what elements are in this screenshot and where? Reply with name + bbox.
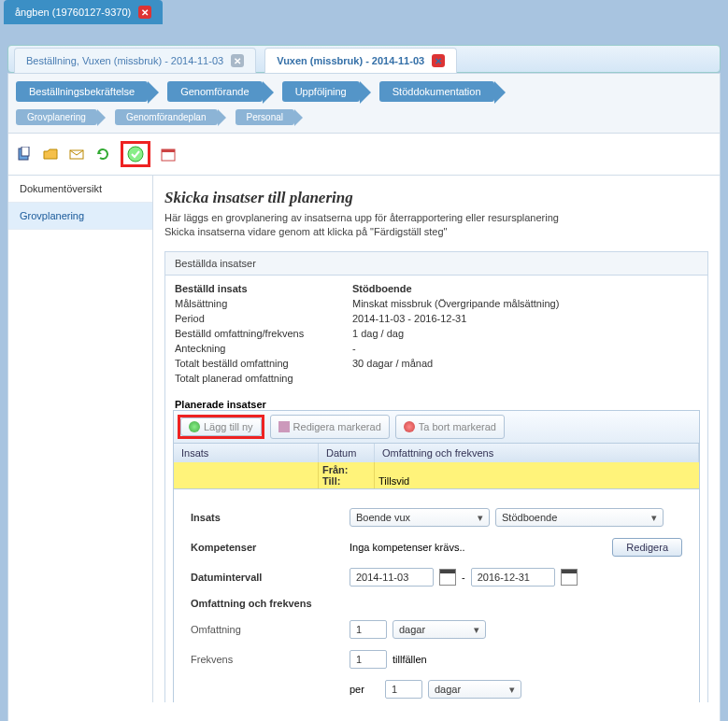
check-icon[interactable]	[127, 146, 144, 163]
page-sub-line1: Här läggs en grovplanering av insatserna…	[164, 212, 559, 223]
body-split: Dokumentöversikt Grovplanering Skicka in…	[8, 176, 720, 702]
nav-top-row: Beställningsbekräftelse Genomförande Upp…	[8, 74, 720, 106]
doc-tab-order[interactable]: Beställning, Vuxen (missbruk) - 2014-11-…	[14, 48, 256, 73]
v-totb: 30 dagar / månad	[352, 358, 698, 369]
lbl-datum: Datumintervall	[191, 572, 350, 583]
edit-komp-button[interactable]: Redigera	[612, 538, 682, 557]
lbl-komp: Kompetenser	[191, 542, 350, 553]
page-subtitle: Här läggs en grovplanering av insatserna…	[164, 211, 708, 240]
lbl-omf: Omfattning	[191, 624, 350, 635]
dash: -	[462, 572, 465, 583]
document-tab-bar: Beställning, Vuxen (missbruk) - 2014-11-…	[7, 45, 721, 73]
calendar-icon[interactable]	[561, 569, 578, 586]
k-totp: Totalt planerad omfattning	[175, 373, 352, 384]
delete-button-label: Ta bort markerad	[419, 421, 496, 432]
doc-icon[interactable]	[16, 146, 33, 163]
toolbar	[8, 134, 720, 176]
edit-icon	[278, 421, 290, 432]
input-omf-n[interactable]: 1	[350, 620, 387, 639]
window-tab[interactable]: ångben (19760127-9370) ✕	[4, 0, 163, 24]
planned-header: Planerade insatser	[165, 391, 707, 410]
delete-button[interactable]: Ta bort markerad	[395, 415, 505, 439]
main-panel: Skicka insatser till planering Här läggs…	[153, 176, 720, 702]
nav-uppfoljning[interactable]: Uppföljning	[282, 81, 360, 102]
ordered-header: Beställda insatser	[165, 252, 707, 276]
txt-per: per	[350, 684, 364, 695]
input-date-to[interactable]: 2016-12-31	[471, 568, 555, 587]
svg-rect-1	[21, 147, 29, 156]
k-mals: Målsättning	[175, 298, 352, 309]
left-item-overview[interactable]: Dokumentöversikt	[8, 176, 152, 203]
val-komp: Inga kompetenser krävs..	[350, 542, 607, 553]
cell-datum: Från: Till:	[319, 462, 375, 488]
k-period: Period	[175, 313, 352, 324]
cell-omf: Tillsvid	[375, 462, 699, 488]
close-icon[interactable]: ✕	[432, 54, 445, 67]
close-icon[interactable]: ✕	[138, 6, 151, 19]
minus-icon	[404, 421, 415, 432]
plus-icon	[189, 421, 200, 432]
svg-rect-5	[162, 149, 175, 152]
page-title: Skicka insatser till planering	[164, 189, 708, 207]
k-bestalld: Beställd insats	[175, 283, 352, 294]
input-per-n[interactable]: 1	[385, 680, 422, 699]
left-item-grov[interactable]: Grovplanering	[8, 203, 152, 230]
nav-sub-row: Grovplanering Genomförandeplan Personal	[8, 106, 720, 134]
left-nav: Dokumentöversikt Grovplanering	[8, 176, 153, 702]
doc-tab-vuxen[interactable]: Vuxen (missbruk) - 2014-11-03 ✕	[264, 48, 457, 73]
nav-grov[interactable]: Grovplanering	[16, 109, 97, 125]
dd-per-unit[interactable]: dagar	[428, 680, 521, 699]
lbl-frek: Frekvens	[191, 654, 350, 665]
col-omf[interactable]: Omfattning och frekvens	[375, 444, 699, 462]
grid-header-row: Insats Datum Omfattning och frekvens	[173, 444, 700, 462]
lbl-omffr: Omfattning och frekvens	[191, 598, 350, 609]
till-label: Till:	[322, 475, 340, 487]
cell-insats	[174, 462, 319, 488]
v-anteck: -	[352, 343, 698, 354]
folder-icon[interactable]	[42, 146, 59, 163]
v-totp	[352, 373, 698, 384]
dd-omf-unit[interactable]: dagar	[393, 620, 486, 639]
mail-icon[interactable]	[68, 146, 85, 163]
calendar-icon[interactable]	[439, 569, 456, 586]
highlight-box-toolbar	[121, 141, 150, 167]
input-frek-n[interactable]: 1	[350, 650, 387, 669]
grid-edit-row: Från: Till: Tillsvid	[173, 462, 700, 489]
dd-insats-cat[interactable]: Boende vux	[350, 508, 490, 527]
v-omf: 1 dag / dag	[352, 328, 698, 339]
k-totb: Totalt beställd omfattning	[175, 358, 352, 369]
k-omf: Beställd omfattning/frekvens	[175, 328, 352, 339]
nav-genomplan[interactable]: Genomförandeplan	[115, 109, 218, 125]
col-insats[interactable]: Insats	[174, 444, 319, 462]
ordered-body: Beställd insatsStödboende MålsättningMin…	[165, 276, 707, 391]
svg-point-3	[128, 147, 143, 162]
window-tab-title: ångben (19760127-9370)	[15, 7, 131, 18]
k-anteck: Anteckning	[175, 343, 352, 354]
nav-genomforande[interactable]: Genomförande	[167, 81, 262, 102]
add-button[interactable]: Lägg till ny	[180, 417, 262, 436]
ordered-box: Beställda insatser Beställd insatsStödbo…	[164, 251, 708, 702]
highlight-box-add: Lägg till ny	[178, 415, 264, 439]
calendar-icon[interactable]	[160, 146, 177, 163]
input-date-from[interactable]: 2014-11-03	[350, 568, 434, 587]
v-mals: Minskat missbruk (Övergripande målsättni…	[352, 298, 698, 309]
till-value: Tillsvid	[378, 475, 695, 487]
page-sub-line2: Skicka insatserna vidare genom att klick…	[164, 226, 448, 237]
refresh-icon[interactable]	[94, 146, 111, 163]
edit-button[interactable]: Redigera markerad	[270, 415, 390, 439]
txt-tillf: tillfällen	[393, 654, 427, 665]
close-icon[interactable]: ✕	[231, 54, 244, 67]
content-area: Beställningsbekräftelse Genomförande Upp…	[7, 73, 721, 721]
v-period: 2014-11-03 - 2016-12-31	[352, 313, 698, 324]
col-datum[interactable]: Datum	[319, 444, 375, 462]
nav-stoddok[interactable]: Stöddokumentation	[379, 81, 494, 102]
v-bestalld: Stödboende	[352, 283, 698, 294]
nav-bestallning[interactable]: Beställningsbekräftelse	[16, 81, 148, 102]
dd-insats-type[interactable]: Stödboende	[495, 508, 664, 527]
edit-button-label: Redigera markerad	[293, 421, 381, 432]
form-area: Insats Boende vux Stödboende Kompetenser…	[173, 489, 700, 702]
add-button-label: Lägg till ny	[204, 421, 253, 432]
nav-personal[interactable]: Personal	[236, 109, 294, 125]
doc-tab-label: Beställning, Vuxen (missbruk) - 2014-11-…	[26, 55, 223, 66]
lbl-insats: Insats	[191, 512, 350, 523]
